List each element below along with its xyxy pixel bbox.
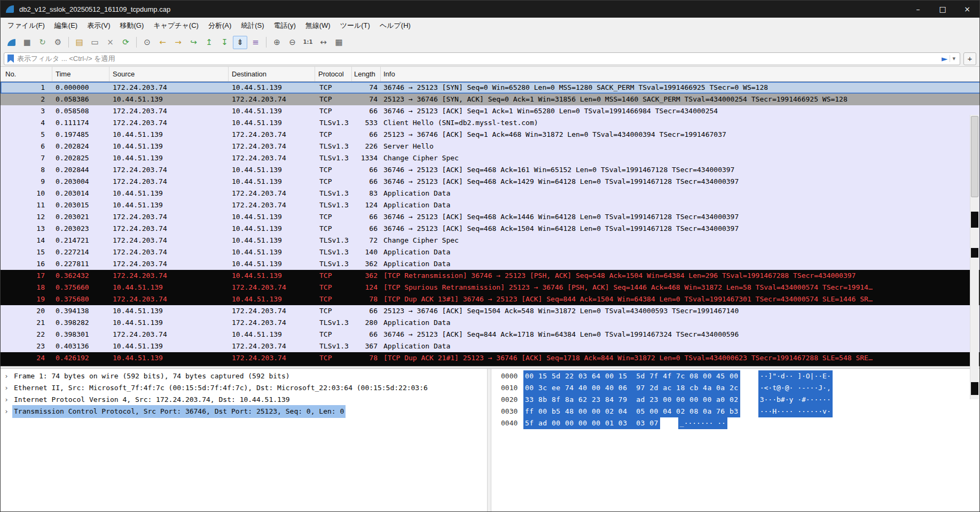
packet-row-16[interactable]: 160.227811172.24.203.7410.44.51.139TLSv1… (1, 258, 979, 270)
packet-row-14[interactable]: 140.214721172.24.203.7410.44.51.139TLSv1… (1, 235, 979, 246)
hex-row-0030[interactable]: 0030ff 00 b5 48 00 00 02 04 05 00 04 02 … (501, 406, 979, 417)
first-packet-button[interactable]: ↥ (202, 36, 216, 49)
hex-row-0010[interactable]: 001000 3c ee 74 40 00 40 06 97 2d ac 18 … (501, 382, 979, 394)
hex-row-0040[interactable]: 00405f ad 00 00 00 00 01 03 03 07_······… (501, 417, 979, 429)
menu-capture[interactable]: キャプチャ(C) (148, 19, 203, 33)
packet-row-1[interactable]: 10.000000172.24.203.7410.44.51.139TCP743… (1, 82, 979, 94)
packet-row-20[interactable]: 200.39413810.44.51.139172.24.203.74TCP66… (1, 305, 979, 317)
column-header-no[interactable]: No. (1, 67, 52, 81)
reload-file-button[interactable]: ⟳ (119, 36, 133, 49)
expand-chevron-icon[interactable]: › (1, 394, 12, 406)
packet-row-3[interactable]: 30.058508172.24.203.7410.44.51.139TCP663… (1, 105, 979, 117)
vertical-splitter[interactable] (487, 369, 491, 511)
menu-go[interactable]: 移動(G) (115, 19, 149, 33)
goto-packet-button[interactable]: ↪ (186, 36, 201, 49)
open-file-button[interactable]: ▤ (72, 36, 87, 49)
hex-bytes-selected[interactable]: 5f ad 00 00 00 00 01 03 03 07 (523, 417, 660, 429)
packet-row-11[interactable]: 110.20301510.44.51.139172.24.203.74TLSv1… (1, 199, 979, 211)
packet-bytes-pane[interactable]: 000000 15 5d 22 03 64 00 15 5d 7f 4f 7c … (491, 369, 979, 511)
packet-row-8[interactable]: 80.202844172.24.203.7410.44.51.139TCP663… (1, 164, 979, 176)
stop-capture-button[interactable]: ■ (20, 36, 34, 49)
hex-bytes-selected[interactable]: 00 15 5d 22 03 64 00 15 5d 7f 4f 7c 08 0… (523, 370, 740, 382)
last-packet-button[interactable]: ↧ (217, 36, 232, 49)
packet-row-10[interactable]: 100.20301410.44.51.139172.24.203.74TLSv1… (1, 188, 979, 199)
auto-scroll-button[interactable]: ⇟ (233, 36, 247, 49)
menu-file[interactable]: ファイル(F) (3, 19, 50, 33)
menu-statistics[interactable]: 統計(S) (236, 19, 269, 33)
packet-row-13[interactable]: 130.203023172.24.203.7410.44.51.139TCP66… (1, 223, 979, 235)
menu-view[interactable]: 表示(V) (82, 19, 115, 33)
hex-ascii-selected[interactable]: ··]"·d·· ]·O|··E· (758, 370, 833, 382)
scrollbar-thumb[interactable] (971, 116, 978, 197)
packet-row-4[interactable]: 40.111174172.24.203.7410.44.51.139TLSv1.… (1, 117, 979, 129)
packet-row-6[interactable]: 60.20282410.44.51.139172.24.203.74TLSv1.… (1, 141, 979, 152)
column-header-protocol[interactable]: Protocol (315, 67, 352, 81)
packet-list-scrollbar[interactable] (970, 115, 979, 399)
detail-row-2[interactable]: ›Ethernet II, Src: Microsoft_7f:4f:7c (0… (1, 382, 487, 394)
packet-row-15[interactable]: 150.227214172.24.203.7410.44.51.139TLSv1… (1, 246, 979, 258)
zoom-in-button[interactable]: ⊕ (270, 36, 284, 49)
display-filter-field[interactable]: ► ▾ (4, 52, 960, 65)
column-layout-button[interactable]: ▦ (332, 36, 346, 49)
zoom-out-button[interactable]: ⊖ (285, 36, 300, 49)
hex-ascii-selected[interactable]: ·<·t@·@· ·-···J·, (758, 382, 833, 394)
hex-ascii-selected[interactable]: 3···b#·y ·#······ (758, 394, 833, 406)
maximize-button[interactable]: □ (930, 1, 955, 18)
detail-row-3[interactable]: ›Internet Protocol Version 4, Src: 172.2… (1, 394, 487, 406)
close-button[interactable]: × (955, 1, 979, 18)
find-packet-button[interactable]: ⊙ (140, 36, 154, 49)
previous-packet-button[interactable]: ← (155, 36, 170, 49)
close-file-button[interactable]: × (103, 36, 117, 49)
expand-chevron-icon[interactable]: › (1, 382, 12, 394)
display-filter-input[interactable] (17, 55, 939, 63)
packet-row-21[interactable]: 210.39828210.44.51.139172.24.203.74TLSv1… (1, 317, 979, 329)
hex-bytes-selected[interactable]: 00 3c ee 74 40 00 40 06 97 2d ac 18 cb 4… (523, 382, 740, 394)
packet-row-22[interactable]: 220.398301172.24.203.7410.44.51.139TCP66… (1, 329, 979, 340)
menu-edit[interactable]: 編集(E) (50, 19, 82, 33)
hex-bytes-selected[interactable]: 33 8b 8f 8a 62 23 84 79 ad 23 00 00 00 0… (523, 394, 740, 406)
column-header-destination[interactable]: Destination (229, 67, 315, 81)
expand-chevron-icon[interactable]: › (1, 406, 12, 417)
zoom-original-button[interactable]: 1:1 (301, 36, 315, 49)
packet-list[interactable]: 10.000000172.24.203.7410.44.51.139TCP743… (1, 82, 979, 366)
packet-details-pane[interactable]: ›Frame 1: 74 bytes on wire (592 bits), 7… (1, 369, 487, 511)
detail-row-1[interactable]: ›Frame 1: 74 bytes on wire (592 bits), 7… (1, 370, 487, 382)
column-header-time[interactable]: Time (52, 67, 109, 81)
start-capture-button[interactable] (4, 36, 19, 49)
menu-wireless[interactable]: 無線(W) (301, 19, 335, 33)
packet-row-2[interactable]: 20.05838610.44.51.139172.24.203.74TCP742… (1, 94, 979, 105)
menu-tools[interactable]: ツール(T) (335, 19, 375, 33)
colorize-packets-button[interactable]: ≡ (248, 36, 263, 49)
packet-row-24[interactable]: 240.42619210.44.51.139172.24.203.74TCP78… (1, 352, 979, 364)
packet-row-17[interactable]: 170.362432172.24.203.7410.44.51.139TCP36… (1, 270, 979, 282)
detail-row-4[interactable]: ›Transmission Control Protocol, Src Port… (1, 406, 487, 417)
hex-ascii-selected[interactable]: _······· ·· (678, 417, 727, 429)
packet-row-5[interactable]: 50.19748510.44.51.139172.24.203.74TCP662… (1, 129, 979, 141)
resize-columns-button[interactable]: ↔ (316, 36, 331, 49)
packet-row-23[interactable]: 230.40313610.44.51.139172.24.203.74TLSv1… (1, 340, 979, 352)
filter-bookmark-icon[interactable] (7, 55, 14, 63)
packet-row-12[interactable]: 120.203021172.24.203.7410.44.51.139TCP66… (1, 211, 979, 223)
hex-ascii-selected[interactable]: ···H···· ······v· (758, 406, 833, 417)
filter-apply-icon[interactable]: ► (939, 54, 950, 64)
column-header-source[interactable]: Source (109, 67, 229, 81)
packet-row-7[interactable]: 70.20282510.44.51.139172.24.203.74TLSv1.… (1, 152, 979, 164)
save-file-button[interactable]: ▭ (88, 36, 102, 49)
packet-row-19[interactable]: 190.375680172.24.203.7410.44.51.139TCP78… (1, 293, 979, 305)
filter-dropdown-icon[interactable]: ▾ (950, 55, 958, 62)
packet-row-25[interactable]: 250.4710.44.51.139172.24.203.74TCP662512… (1, 364, 979, 366)
hex-bytes-selected[interactable]: ff 00 b5 48 00 00 02 04 05 00 04 02 08 0… (523, 406, 740, 417)
hex-row-0000[interactable]: 000000 15 5d 22 03 64 00 15 5d 7f 4f 7c … (501, 370, 979, 382)
packet-row-18[interactable]: 180.37566010.44.51.139172.24.203.74TCP12… (1, 282, 979, 293)
expand-chevron-icon[interactable]: › (1, 370, 12, 382)
restart-capture-button[interactable]: ↻ (35, 36, 50, 49)
menu-analyze[interactable]: 分析(A) (203, 19, 236, 33)
minimize-button[interactable]: – (906, 1, 930, 18)
menu-help[interactable]: ヘルプ(H) (375, 19, 415, 33)
column-header-info[interactable]: Info (381, 67, 979, 81)
column-header-length[interactable]: Length (352, 67, 381, 81)
filter-add-button[interactable]: + (963, 52, 976, 65)
hex-row-0020[interactable]: 002033 8b 8f 8a 62 23 84 79 ad 23 00 00 … (501, 394, 979, 406)
menu-telephony[interactable]: 電話(y) (269, 19, 301, 33)
packet-row-9[interactable]: 90.203004172.24.203.7410.44.51.139TCP663… (1, 176, 979, 188)
